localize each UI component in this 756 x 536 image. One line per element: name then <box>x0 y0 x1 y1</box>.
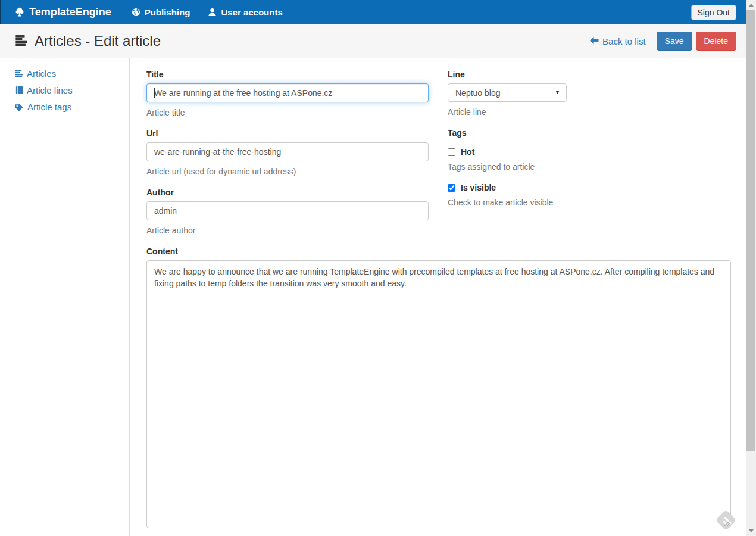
tags-help-text: Tags assigned to article <box>448 162 731 172</box>
window-edge <box>0 0 1 24</box>
back-arrow-icon <box>589 36 599 46</box>
scroll-up-button[interactable] <box>746 0 756 10</box>
user-icon <box>208 8 217 17</box>
nav-item-label: Publishing <box>145 7 190 17</box>
page-title: Articles - Edit article <box>35 33 161 49</box>
textarea-resize-handle[interactable] <box>723 519 730 528</box>
content-label: Content <box>146 247 731 256</box>
author-input[interactable] <box>146 201 429 220</box>
sidebar-item-label: Article tags <box>27 102 71 112</box>
author-help-text: Article author <box>146 226 429 235</box>
scroll-down-button[interactable] <box>746 526 756 536</box>
sidebar: Articles Article lines <box>0 58 130 536</box>
text-caret <box>154 88 155 98</box>
tags-icon <box>15 102 24 111</box>
visible-help-text: Check to make article visible <box>448 198 731 207</box>
title-field-group: Title Article title <box>146 70 429 117</box>
tag-option-hot: Hot <box>448 147 731 157</box>
page-header: Articles - Edit article Back to list Sav… <box>0 24 746 58</box>
sidebar-item-article-lines[interactable]: Article lines <box>15 85 129 95</box>
visible-field-group: Is visible Check to make article visible <box>448 183 731 207</box>
vertical-scrollbar[interactable] <box>746 0 756 536</box>
line-select[interactable]: Neptuo blog <box>448 83 567 102</box>
hot-checkbox-label[interactable]: Hot <box>461 147 474 157</box>
form-right-column: Line Neptuo blog ▼ Article line Tags <box>448 70 731 247</box>
nav-item-publishing[interactable]: Publishing <box>132 7 190 17</box>
sidebar-item-label: Articles <box>27 68 56 79</box>
sidebar-item-label: Article lines <box>27 85 73 95</box>
line-field-group: Line Neptuo blog ▼ Article line <box>448 70 731 117</box>
tree-logo-icon <box>15 7 24 18</box>
sidebar-item-article-tags[interactable]: Article tags <box>15 102 129 112</box>
url-input[interactable] <box>146 142 429 161</box>
edit-article-form: Title Article title Url Article url (use… <box>130 58 746 536</box>
tags-label: Tags <box>448 128 731 138</box>
delete-button[interactable]: Delete <box>696 32 736 51</box>
app-window: TemplateEngine Publishing User accounts <box>0 0 746 536</box>
is-visible-checkbox[interactable] <box>448 184 455 192</box>
tags-field-group: Tags Hot Tags assigned to article <box>448 128 731 172</box>
url-help-text: Article url (used for dynamic url addres… <box>146 167 429 176</box>
line-label: Line <box>448 70 731 79</box>
is-visible-checkbox-label[interactable]: Is visible <box>461 183 496 192</box>
back-to-list-link[interactable]: Back to list <box>589 36 646 46</box>
triangle-up-icon <box>749 4 754 7</box>
url-label: Url <box>146 129 429 138</box>
triangle-down-icon <box>749 529 754 532</box>
form-left-column: Title Article title Url Article url (use… <box>146 70 429 247</box>
top-navbar: TemplateEngine Publishing User accounts <box>0 0 746 24</box>
author-field-group: Author Article author <box>146 188 429 235</box>
list-icon <box>15 69 24 78</box>
scrollbar-thumb[interactable] <box>746 10 755 451</box>
save-button[interactable]: Save <box>657 32 692 51</box>
list-icon <box>15 34 28 49</box>
title-label: Title <box>146 70 429 79</box>
nav-item-user-accounts[interactable]: User accounts <box>208 7 282 17</box>
author-label: Author <box>146 188 429 197</box>
content-field-group: Content We are happy to announce that we… <box>146 247 731 530</box>
title-help-text: Article title <box>146 108 429 117</box>
sidebar-item-articles[interactable]: Articles <box>15 68 129 79</box>
hot-checkbox[interactable] <box>448 148 455 156</box>
brand[interactable]: TemplateEngine <box>15 6 111 18</box>
brand-name: TemplateEngine <box>29 6 111 18</box>
nav-item-label: User accounts <box>221 7 282 17</box>
sign-out-button[interactable]: Sign Out <box>691 5 736 20</box>
book-icon <box>15 86 24 95</box>
title-input[interactable] <box>146 83 429 102</box>
line-help-text: Article line <box>448 107 731 117</box>
is-visible-option: Is visible <box>448 183 731 192</box>
content-textarea[interactable]: We are happy to announce that we are run… <box>146 260 731 528</box>
url-field-group: Url Article url (used for dynamic url ad… <box>146 129 429 176</box>
globe-icon <box>132 8 140 17</box>
